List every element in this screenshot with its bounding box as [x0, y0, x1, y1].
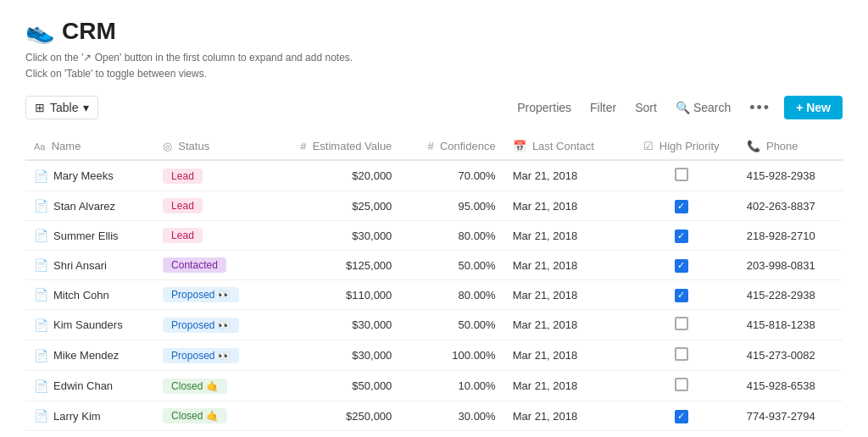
cell-high-priority[interactable]: ✓	[624, 401, 737, 431]
cell-name: 📄Stan Alvarez	[25, 191, 154, 221]
table-row[interactable]: 📄Mitch CohnProposed 👀$110,00080.00%Mar 2…	[25, 280, 843, 310]
checkbox-unchecked[interactable]	[675, 168, 688, 181]
cell-status: Lead	[154, 221, 268, 251]
cell-estimated-value: $25,000	[268, 191, 400, 221]
chevron-down-icon: ▾	[83, 101, 89, 114]
table-row[interactable]: 📄Summer EllisLead$30,00080.00%Mar 21, 20…	[25, 221, 843, 251]
cell-high-priority[interactable]: ✓	[624, 191, 737, 221]
table-row[interactable]: 📄Larry KimClosed 🤙$250,00030.00%Mar 21, …	[25, 401, 843, 431]
person-name: Summer Ellis	[53, 230, 119, 242]
person-name: Stan Alvarez	[53, 200, 115, 213]
doc-icon: 📄	[34, 379, 48, 393]
doc-icon: 📄	[34, 199, 48, 213]
table-row[interactable]: 📄Stan AlvarezLead$25,00095.00%Mar 21, 20…	[25, 191, 843, 221]
more-options-button[interactable]: •••	[744, 97, 776, 119]
cell-high-priority[interactable]: ✓	[624, 251, 737, 280]
cell-high-priority[interactable]	[624, 310, 737, 340]
cell-last-contact: Mar 21, 2018	[504, 371, 625, 401]
boot-icon: 👟	[25, 17, 55, 45]
cell-name: 📄Shri Ansari	[25, 251, 154, 280]
app-title: 👟 CRM	[25, 17, 843, 45]
cell-phone: 415-928-6538	[738, 371, 843, 401]
checkbox-checked[interactable]: ✓	[675, 259, 688, 273]
doc-icon: 📄	[34, 229, 48, 242]
cell-estimated-value: $125,000	[268, 251, 400, 280]
doc-icon: 📄	[34, 349, 48, 362]
doc-icon: 📄	[34, 318, 48, 332]
cell-name: 📄Mitch Cohn	[25, 280, 154, 310]
filter-button[interactable]: Filter	[585, 97, 621, 118]
cell-name: 📄Summer Ellis	[25, 221, 154, 251]
cell-high-priority[interactable]	[624, 371, 737, 401]
cell-high-priority[interactable]	[624, 340, 737, 371]
search-button[interactable]: 🔍 Search	[670, 97, 736, 118]
cell-phone: 415-818-1238	[738, 310, 843, 340]
cell-name: 📄Edwin Chan	[25, 371, 154, 401]
toolbar-left: ⊞ Table ▾	[25, 96, 98, 119]
cell-high-priority[interactable]	[624, 160, 737, 191]
table-row[interactable]: 📄Kim SaundersProposed 👀$30,00050.00%Mar …	[25, 310, 843, 340]
person-name: Kim Saunders	[53, 318, 123, 331]
cell-confidence: 50.00%	[400, 251, 504, 280]
checkbox-checked[interactable]: ✓	[675, 289, 688, 302]
table-row[interactable]: 📄Carrie DukeLost$20,00050.00%Mar 21, 201…	[25, 431, 843, 437]
status-badge: Contacted	[163, 257, 226, 273]
new-button[interactable]: + New	[784, 96, 843, 119]
cell-confidence: 80.00%	[400, 221, 504, 251]
checkbox-unchecked[interactable]	[675, 317, 688, 330]
cell-high-priority[interactable]	[624, 431, 737, 437]
cell-status: Contacted	[154, 251, 268, 280]
cell-confidence: 50.00%	[400, 310, 504, 340]
sort-button[interactable]: Sort	[630, 97, 662, 118]
checkbox-checked[interactable]: ✓	[675, 410, 688, 423]
cell-high-priority[interactable]: ✓	[624, 280, 737, 310]
table-toggle-button[interactable]: ⊞ Table ▾	[25, 96, 98, 119]
col-estimated-value: # Estimated Value	[268, 133, 400, 160]
table-row[interactable]: 📄Shri AnsariContacted$125,00050.00%Mar 2…	[25, 251, 843, 280]
checkbox-unchecked[interactable]	[675, 347, 688, 361]
cell-phone: 218-928-2710	[738, 221, 843, 251]
cell-last-contact: Mar 21, 2018	[504, 251, 625, 280]
cell-confidence: 30.00%	[400, 401, 504, 431]
cell-estimated-value: $20,000	[268, 431, 400, 437]
cell-confidence: 70.00%	[400, 160, 504, 191]
cell-phone: 415-287-9273	[738, 431, 843, 437]
checkbox-checked[interactable]: ✓	[675, 230, 688, 243]
status-badge: Proposed 👀	[163, 287, 239, 302]
col-confidence: # Confidence	[400, 133, 504, 160]
cell-last-contact: Mar 21, 2018	[504, 431, 625, 437]
doc-icon: 📄	[34, 169, 48, 183]
cell-estimated-value: $50,000	[268, 371, 400, 401]
checkbox-unchecked[interactable]	[675, 378, 688, 391]
cell-high-priority[interactable]: ✓	[624, 221, 737, 251]
cell-last-contact: Mar 21, 2018	[504, 160, 625, 191]
search-icon: 🔍	[676, 101, 690, 114]
cell-status: Closed 🤙	[154, 401, 268, 431]
status-badge: Proposed 👀	[163, 348, 239, 363]
doc-icon: 📄	[34, 288, 48, 301]
status-badge: Proposed 👀	[163, 318, 239, 333]
status-badge: Lead	[163, 169, 203, 184]
checkbox-checked[interactable]: ✓	[675, 200, 688, 213]
status-badge: Closed 🤙	[163, 408, 227, 423]
table-row[interactable]: 📄Edwin ChanClosed 🤙$50,00010.00%Mar 21, …	[25, 371, 843, 401]
person-name: Edwin Chan	[53, 379, 113, 392]
cell-name: 📄Larry Kim	[25, 401, 154, 431]
cell-confidence: 50.00%	[400, 431, 504, 437]
doc-icon: 📄	[34, 258, 48, 272]
cell-status: Lost	[154, 431, 268, 437]
col-high-priority: ☑ High Priority	[624, 133, 737, 160]
cell-estimated-value: $20,000	[268, 160, 400, 191]
cell-status: Proposed 👀	[154, 310, 268, 340]
table-row[interactable]: 📄Mary MeeksLead$20,00070.00%Mar 21, 2018…	[25, 160, 843, 191]
cell-phone: 415-928-2938	[738, 160, 843, 191]
doc-icon: 📄	[34, 409, 48, 423]
cell-name: 📄Kim Saunders	[25, 310, 154, 340]
table-row[interactable]: 📄Mike MendezProposed 👀$30,000100.00%Mar …	[25, 340, 843, 371]
person-name: Shri Ansari	[53, 259, 107, 272]
cell-name: 📄Carrie Duke	[25, 431, 154, 437]
cell-estimated-value: $250,000	[268, 401, 400, 431]
cell-confidence: 100.00%	[400, 340, 504, 371]
properties-button[interactable]: Properties	[512, 97, 576, 118]
table-body: 📄Mary MeeksLead$20,00070.00%Mar 21, 2018…	[25, 160, 843, 437]
